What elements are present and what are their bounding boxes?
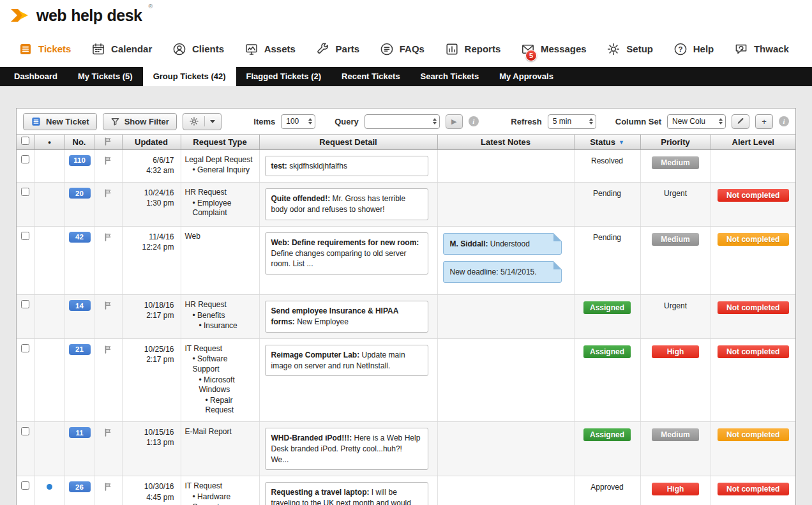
latest-notes-cell xyxy=(437,422,574,476)
request-detail-box[interactable]: Quite offended!: Mr. Gross has terrible … xyxy=(265,188,428,220)
flag-icon[interactable] xyxy=(103,301,112,312)
request-detail-box[interactable]: Web: Define requirements for new room: D… xyxy=(265,232,428,275)
nav-item-tickets[interactable]: Tickets xyxy=(18,41,71,57)
plus-icon: + xyxy=(762,117,767,126)
tab-recent-tickets[interactable]: Recent Tickets xyxy=(331,67,410,86)
ticket-number-badge[interactable]: 11 xyxy=(69,427,91,438)
header-priority[interactable]: Priority xyxy=(640,135,710,149)
header-request-type[interactable]: Request Type xyxy=(181,135,259,149)
column-set-select[interactable]: New Colu xyxy=(667,114,726,129)
ticket-number-badge[interactable]: 14 xyxy=(69,300,91,311)
header-status[interactable]: Status▼ xyxy=(574,135,640,149)
nav-item-assets[interactable]: Assets xyxy=(244,41,296,57)
messages-count-badge: 5 xyxy=(525,50,537,61)
ticket-number-badge[interactable]: 110 xyxy=(69,155,91,166)
add-column-set-button[interactable]: + xyxy=(755,114,773,129)
note-callout[interactable]: New deadline: 5/14/2015. xyxy=(443,261,562,283)
alert-level-cell: Not completed xyxy=(710,422,795,476)
nav-item-clients[interactable]: Clients xyxy=(172,41,224,57)
flag-icon[interactable] xyxy=(103,482,112,493)
tab-group-tickets-42[interactable]: Group Tickets (42) xyxy=(143,67,236,86)
select-all-checkbox[interactable] xyxy=(21,137,29,145)
nav-item-parts[interactable]: Parts xyxy=(315,41,360,57)
header-alert-level[interactable]: Alert Level xyxy=(710,135,795,149)
toolbar: New Ticket Show Filter Items 100 Query xyxy=(17,109,795,135)
table-options-button[interactable] xyxy=(183,113,222,130)
nav-item-messages[interactable]: 5Messages xyxy=(520,41,587,57)
updated-time: 4:32 am xyxy=(126,165,177,176)
query-select[interactable] xyxy=(365,114,440,129)
status-text: Pending xyxy=(593,233,621,242)
header-updated[interactable]: Updated xyxy=(122,135,181,149)
row-checkbox[interactable] xyxy=(21,155,29,163)
request-detail-cell: Send employee Insurance & HIPAA forms: N… xyxy=(259,295,437,339)
stepper-icon xyxy=(308,118,312,124)
ticket-number-badge[interactable]: 42 xyxy=(69,232,91,243)
flag-cell xyxy=(94,422,122,476)
note-callout[interactable]: M. Siddall: Understood xyxy=(443,233,562,255)
tickets-table: • No. Updated Request Type Request Detai… xyxy=(17,135,795,505)
ticket-number-badge[interactable]: 21 xyxy=(69,344,91,355)
updated-time: 2:17 pm xyxy=(126,354,177,365)
flag-icon[interactable] xyxy=(103,428,112,439)
updated-date: 6/6/17 xyxy=(126,155,177,165)
alert-level-cell: Not completed xyxy=(710,338,795,421)
row-checkbox[interactable] xyxy=(21,344,29,352)
row-unread-cell xyxy=(34,422,64,476)
row-checkbox[interactable] xyxy=(21,300,29,308)
column-set-info-icon[interactable]: i xyxy=(779,116,789,126)
request-type-item: • Hardware Support xyxy=(185,492,255,505)
refresh-select[interactable]: 5 min xyxy=(548,114,596,129)
header-unread[interactable]: • xyxy=(34,135,64,149)
request-detail-box[interactable]: Send employee Insurance & HIPAA forms: N… xyxy=(265,301,428,333)
items-value: 100 xyxy=(286,117,305,126)
status-text: Approved xyxy=(590,483,623,492)
nav-item-help[interactable]: ?Help xyxy=(673,41,714,57)
priority-badge: High xyxy=(652,483,699,495)
tab-flagged-tickets-2[interactable]: Flagged Tickets (2) xyxy=(236,67,332,86)
nav-item-setup[interactable]: Setup xyxy=(606,41,653,57)
request-detail-box[interactable]: Requesting a travel laptop: I will be tr… xyxy=(265,482,428,505)
request-type-item: • General Inquiry xyxy=(185,165,255,176)
tab-search-tickets[interactable]: Search Tickets xyxy=(410,67,490,86)
show-filter-button[interactable]: Show Filter xyxy=(103,113,177,130)
row-checkbox[interactable] xyxy=(21,427,29,435)
updated-time: 1:30 pm xyxy=(126,198,177,208)
header-flag[interactable] xyxy=(94,135,122,149)
tab-my-approvals[interactable]: My Approvals xyxy=(489,67,564,86)
row-checkbox[interactable] xyxy=(21,188,29,196)
header-no[interactable]: No. xyxy=(64,135,94,149)
flag-icon[interactable] xyxy=(103,345,112,356)
ticket-number-badge[interactable]: 20 xyxy=(69,188,91,199)
nav-item-thwack[interactable]: Thwack xyxy=(733,41,789,57)
edit-column-set-button[interactable] xyxy=(732,114,749,129)
row-checkbox[interactable] xyxy=(21,481,29,490)
refresh-label: Refresh xyxy=(511,117,541,126)
priority-text: Urgent xyxy=(664,301,687,310)
ticket-number-badge[interactable]: 26 xyxy=(69,481,91,492)
nav-item-calendar[interactable]: Calendar xyxy=(91,41,152,57)
query-info-icon[interactable]: i xyxy=(469,116,479,126)
header-request-detail[interactable]: Request Detail xyxy=(259,135,437,149)
clients-icon xyxy=(172,41,187,57)
flag-icon[interactable] xyxy=(103,188,112,199)
updated-date: 10/25/16 xyxy=(126,344,177,354)
flag-icon[interactable] xyxy=(103,232,112,243)
request-detail-box[interactable]: Reimage Computer Lab: Update main image … xyxy=(265,345,428,377)
header-latest-notes[interactable]: Latest Notes xyxy=(437,135,574,149)
nav-item-reports[interactable]: Reports xyxy=(444,41,501,57)
nav-item-faqs[interactable]: FAQs xyxy=(379,41,425,57)
request-detail-box[interactable]: test: skjdfhskldjhfalfhs xyxy=(265,156,428,177)
tab-my-tickets-5[interactable]: My Tickets (5) xyxy=(68,67,143,86)
request-detail-box[interactable]: WHD-Branded iPod!!!: Here is a Web Help … xyxy=(265,428,428,470)
run-query-button[interactable]: ▶ xyxy=(446,114,463,129)
row-unread-cell xyxy=(34,338,64,421)
new-ticket-button[interactable]: New Ticket xyxy=(23,113,97,130)
row-checkbox[interactable] xyxy=(21,232,29,240)
nav-item-label: Clients xyxy=(192,43,224,54)
request-type-item: IT Request xyxy=(185,481,255,492)
tab-dashboard[interactable]: Dashboard xyxy=(4,67,68,86)
items-select[interactable]: 100 xyxy=(281,114,315,129)
flag-icon[interactable] xyxy=(103,156,112,167)
request-type-cell: E-Mail Report xyxy=(181,422,259,476)
